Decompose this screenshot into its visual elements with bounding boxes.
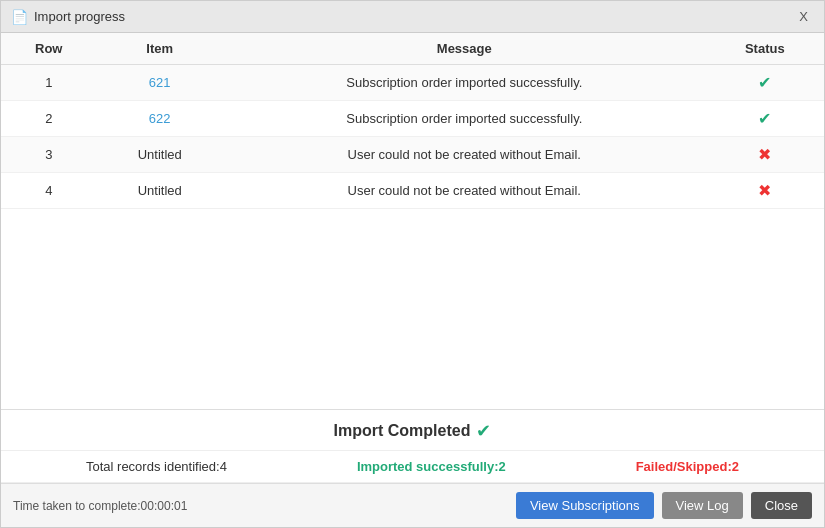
cell-message: User could not be created without Email. <box>223 137 706 173</box>
time-taken-label: Time taken to complete:00:00:01 <box>13 499 187 513</box>
col-row: Row <box>1 33 97 65</box>
error-icon: ✖ <box>758 182 771 199</box>
bottom-bar: Time taken to complete:00:00:01 View Sub… <box>1 483 824 527</box>
cell-message: User could not be created without Email. <box>223 173 706 209</box>
imported-successfully-label: Imported successfully:2 <box>357 459 506 474</box>
col-item: Item <box>97 33 223 65</box>
table-row: 2622Subscription order imported successf… <box>1 101 824 137</box>
document-icon: 📄 <box>11 9 28 25</box>
view-log-button[interactable]: View Log <box>662 492 743 519</box>
table-row: 3UntitledUser could not be created witho… <box>1 137 824 173</box>
dialog-title: Import progress <box>34 9 125 24</box>
cell-row: 2 <box>1 101 97 137</box>
completed-check-icon: ✔ <box>476 420 491 442</box>
cell-status: ✔ <box>706 65 824 101</box>
table-container: Row Item Message Status 1621Subscription… <box>1 33 824 409</box>
cell-status: ✔ <box>706 101 824 137</box>
success-icon: ✔ <box>758 74 771 91</box>
cell-item[interactable]: 622 <box>97 101 223 137</box>
import-completed-bar: Import Completed ✔ <box>1 410 824 451</box>
footer-section: Import Completed ✔ Total records identif… <box>1 409 824 527</box>
import-table: Row Item Message Status 1621Subscription… <box>1 33 824 209</box>
table-row: 1621Subscription order imported successf… <box>1 65 824 101</box>
col-message: Message <box>223 33 706 65</box>
bottom-buttons: View Subscriptions View Log Close <box>516 492 812 519</box>
cell-row: 4 <box>1 173 97 209</box>
cell-row: 1 <box>1 65 97 101</box>
item-link[interactable]: 622 <box>149 111 171 126</box>
col-status: Status <box>706 33 824 65</box>
table-body: 1621Subscription order imported successf… <box>1 65 824 209</box>
cell-item[interactable]: 621 <box>97 65 223 101</box>
import-progress-dialog: 📄 Import progress X Row Item Message Sta… <box>0 0 825 528</box>
cell-message: Subscription order imported successfully… <box>223 65 706 101</box>
cell-row: 3 <box>1 137 97 173</box>
title-bar-left: 📄 Import progress <box>11 9 125 25</box>
view-subscriptions-button[interactable]: View Subscriptions <box>516 492 654 519</box>
title-bar: 📄 Import progress X <box>1 1 824 33</box>
close-button[interactable]: Close <box>751 492 812 519</box>
cell-item: Untitled <box>97 137 223 173</box>
error-icon: ✖ <box>758 146 771 163</box>
item-link[interactable]: 621 <box>149 75 171 90</box>
cell-item: Untitled <box>97 173 223 209</box>
success-icon: ✔ <box>758 110 771 127</box>
cell-message: Subscription order imported successfully… <box>223 101 706 137</box>
failed-skipped-label: Failed/Skipped:2 <box>636 459 739 474</box>
stats-bar: Total records identified:4 Imported succ… <box>1 451 824 483</box>
table-header: Row Item Message Status <box>1 33 824 65</box>
import-completed-label: Import Completed <box>334 422 471 440</box>
cell-status: ✖ <box>706 173 824 209</box>
table-row: 4UntitledUser could not be created witho… <box>1 173 824 209</box>
total-records-label: Total records identified:4 <box>86 459 227 474</box>
cell-status: ✖ <box>706 137 824 173</box>
dialog-close-button[interactable]: X <box>793 7 814 26</box>
